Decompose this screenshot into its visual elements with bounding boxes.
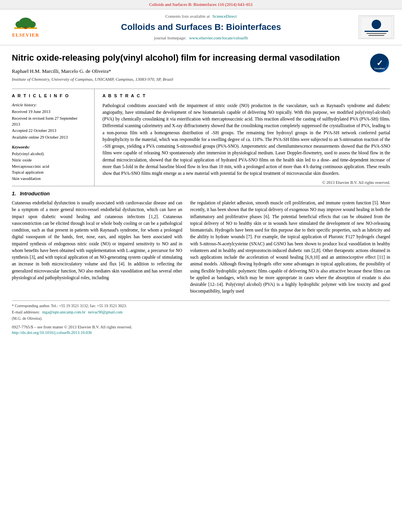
intro-col-right: the regulation of platelet adhesion, smo… [190,200,390,295]
accepted-date: Accepted 22 October 2013 [12,128,86,134]
received-revised-date: Received in revised form 27 September 20… [12,116,86,127]
abstract-section: A B S T R A C T Pathological conditions … [95,89,390,186]
intro-col-left-text: Cutaneous endothelial dysfunction is usu… [12,200,182,281]
homepage-link[interactable]: www.elsevier.com/locate/colsurfb [189,35,248,40]
keywords-label: Keywords: [12,145,86,150]
article-affiliation: Institute of Chemistry, University of Ca… [12,76,361,82]
svg-point-2 [15,21,23,28]
journal-header-center: Contents lists available at ScienceDirec… [47,13,355,41]
article-history-label: Article history: [12,102,86,108]
issn-line: 0927-7765/$ – see front matter © 2013 El… [12,324,390,330]
article-info-section: A R T I C L E I N F O Article history: R… [12,89,95,186]
sciencedirect-link[interactable]: ScienceDirect [212,14,237,19]
corresponding-author: * Corresponding author. Tel.: +55 19 352… [12,303,390,309]
svg-text:✓: ✓ [376,59,383,67]
available-date: Available online 29 October 2013 [12,135,86,141]
article-title: Nitric oxide-releasing poly(vinyl alcoho… [12,52,361,64]
svg-text:CrossMark: CrossMark [374,67,385,70]
email2[interactable]: neivac90@gmail.com [88,310,123,314]
svg-point-3 [28,21,36,28]
abstract-copyright: © 2013 Elsevier B.V. All rights reserved… [102,180,390,186]
homepage-text: journal homepage: [154,35,186,40]
intro-col-left: Cutaneous endothelial dysfunction is usu… [12,200,182,295]
article-authors: Raphael H.M. Marcilli, Marcelo G. de Oli… [12,68,361,75]
journal-issue-text: Colloids and Surfaces B: Biointerfaces 1… [149,2,253,7]
keyword-2: Nitric oxide [12,158,86,163]
article-info-heading: A R T I C L E I N F O [12,93,86,99]
svg-rect-9 [368,35,384,36]
journal-homepage: journal homepage: www.elsevier.com/locat… [47,35,355,41]
abstract-text: Pathological conditions associated with … [102,102,390,177]
keyword-3: Mercaptosuccinic acid [12,164,86,170]
received-date: Received 19 June 2013 [12,109,86,115]
keywords-section: Keywords: Poly(vinyl alcohol) Nitric oxi… [12,145,86,182]
contents-available: Contents lists available at ScienceDirec… [47,13,355,19]
crossmark-logo: ✓ CrossMark [368,52,390,74]
elsevier-logo: ELSEVIER [8,15,43,39]
elsevier-brand: ELSEVIER [12,32,39,39]
intro-section-title: 1. Introduction [12,190,390,197]
article-header: Nitric oxide-releasing poly(vinyl alcoho… [0,45,402,89]
journal-logo-image [359,15,394,39]
intro-col-right-text: the regulation of platelet adhesion, smo… [190,200,390,295]
svg-rect-8 [367,33,386,34]
email-line: E-mail addresses: mga@iqm.unicamp.com.br… [12,310,390,315]
doi-link[interactable]: http://dx.doi.org/10.1016/j.colsurfb.201… [12,330,92,335]
keyword-1: Poly(vinyl alcohol) [12,151,86,157]
journal-title: Colloids and Surfaces B: Biointerfaces [47,21,355,33]
doi-line: http://dx.doi.org/10.1016/j.colsurfb.201… [12,330,390,336]
journal-issue-bar: Colloids and Surfaces B: Biointerfaces 1… [0,0,402,9]
mg-label: (M.G. de Oliveira). [12,316,390,321]
svg-rect-4 [24,26,27,29]
svg-rect-7 [365,31,388,32]
email1[interactable]: mga@iqm.unicamp.com.br [42,310,85,314]
bottom-bar: 0927-7765/$ – see front matter © 2013 El… [0,322,402,338]
email-label: E-mail addresses: [12,310,40,314]
crossmark-icon: ✓ CrossMark [370,54,389,72]
keyword-5: Skin vasodilation [12,176,86,182]
svg-point-6 [372,20,381,29]
journal-header: ELSEVIER Contents lists available at Sci… [0,9,402,45]
keyword-4: Topical application [12,170,86,176]
abstract-heading: A B S T R A C T [102,93,390,99]
article-title-block: Nitric oxide-releasing poly(vinyl alcoho… [12,52,361,85]
contents-text: Contents lists available at [165,14,210,19]
